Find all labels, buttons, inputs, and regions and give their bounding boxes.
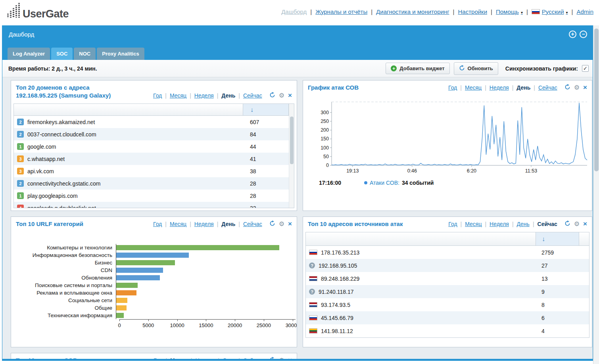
sort-desc-icon[interactable]: ↓ — [542, 236, 545, 243]
filter-attacks-0[interactable]: Год — [448, 84, 457, 92]
table-header-name-col[interactable] — [306, 232, 536, 245]
close-icon[interactable]: × — [583, 221, 587, 227]
widget-title: Топ 10 адресов источников атак — [308, 220, 403, 228]
refresh-icon[interactable] — [269, 357, 275, 359]
table-row[interactable]: 3c.whatsapp.net41 — [14, 153, 294, 165]
filter-urlf-4[interactable]: Сейчас — [243, 220, 262, 228]
filter-attacks-1[interactable]: Месяц — [465, 84, 482, 92]
gear-icon[interactable]: ⚙ — [279, 92, 284, 98]
gear-icon[interactable]: ⚙ — [279, 221, 284, 227]
filter-sources-1[interactable]: Месяц — [465, 220, 482, 228]
panel-title: Дашборд — [9, 31, 34, 38]
table-row[interactable]: 20037-connect.cloudcell.com84 — [14, 128, 294, 140]
bar — [116, 253, 189, 258]
filter-sources-4[interactable]: Сейчас — [538, 220, 557, 228]
table-row[interactable]: 93.174.93.58 — [306, 298, 589, 311]
gear-icon[interactable]: ⚙ — [279, 357, 284, 359]
tab-proxy-analitics[interactable]: Proxy Analitics — [97, 48, 144, 60]
refresh-icon[interactable] — [269, 92, 275, 99]
filter-signatures-3[interactable]: День — [223, 356, 235, 359]
refresh-button[interactable]: Обновить — [454, 62, 498, 75]
x-tick-mark — [206, 320, 206, 321]
table-row[interactable]: 141.98.11.124 — [306, 324, 589, 337]
filter-separator: | — [534, 84, 535, 92]
filter-separator: | — [165, 220, 167, 228]
filter-domains-0[interactable]: Год — [153, 92, 162, 100]
filter-signatures-0[interactable]: Год — [154, 356, 162, 359]
nav-link-diagnostics-monitoring[interactable]: Диагностика и мониторинг — [376, 8, 449, 15]
table-header-name-col[interactable] — [14, 104, 243, 115]
filter-urlf-2[interactable]: Неделя — [194, 220, 214, 228]
filter-urlf-1[interactable]: Месяц — [170, 220, 186, 228]
filter-sources-0[interactable]: Год — [448, 220, 457, 228]
y-tick-label: 150 — [321, 136, 329, 142]
filter-sources-2[interactable]: Неделя — [490, 220, 509, 228]
nl-flag-icon — [309, 276, 317, 281]
nav-link-logs-reports[interactable]: Журналы и отчёты — [315, 8, 367, 15]
add-widget-button[interactable]: + Добавить виджет — [386, 63, 449, 74]
table-row[interactable]: 89.248.168.22913 — [306, 272, 589, 285]
filter-attacks-2[interactable]: Неделя — [490, 84, 509, 92]
close-icon[interactable]: × — [583, 84, 587, 90]
table-row[interactable]: ?192.168.95.10527 — [306, 259, 589, 272]
tab-noc[interactable]: NOC — [74, 48, 96, 60]
x-tick-label: 0:46 — [407, 168, 417, 174]
refresh-icon[interactable] — [564, 220, 570, 227]
ip-cell: 89.248.168.229 — [309, 276, 536, 282]
filter-domains-4[interactable]: Сейчас — [243, 92, 262, 100]
bar-category-label: Реклама и всплывающие окна — [13, 290, 116, 296]
filter-urlf-0[interactable]: Год — [153, 220, 162, 228]
filter-urlf-3[interactable]: День — [221, 220, 235, 228]
table-header-value-col[interactable]: ↓ — [243, 104, 289, 115]
gear-icon[interactable]: ⚙ — [574, 84, 580, 90]
sync-charts-checkbox[interactable]: ✓ — [582, 65, 589, 72]
minus-circle-icon[interactable]: − — [580, 31, 587, 38]
nav-link-help[interactable]: Помощь▾ — [496, 8, 523, 15]
table-row[interactable]: ?91.240.118.179 — [306, 285, 589, 298]
nav-link-language[interactable]: Русский▾ — [532, 8, 568, 15]
table-row[interactable]: 1play.googleapis.com28 — [14, 190, 294, 202]
filter-attacks-3[interactable]: День — [516, 84, 530, 92]
table-row[interactable]: 3api.vk.com38 — [14, 165, 294, 177]
tab-soc[interactable]: SOC — [51, 48, 73, 60]
filter-sources-3[interactable]: День — [517, 220, 530, 228]
filter-signatures-2[interactable]: Неделя — [196, 356, 215, 359]
refresh-icon[interactable] — [269, 220, 275, 227]
table-row[interactable]: 45.145.66.796 — [306, 311, 589, 324]
filter-signatures-4[interactable]: Сейчас — [243, 356, 262, 359]
table-row[interactable]: 178.176.35.2132759 — [306, 246, 589, 259]
nav-link-dashboard[interactable]: Дашборд — [281, 8, 307, 15]
filter-separator: | — [217, 220, 219, 228]
filter-signatures-1[interactable]: Месяц — [170, 356, 188, 359]
x-tick-label: 19:13 — [346, 168, 359, 174]
table-row[interactable]: 1google.com44 — [14, 140, 294, 153]
nav-separator: | — [572, 8, 573, 15]
tab-strip: Log AnalyzerSOCNOCProxy Analitics — [2, 43, 593, 60]
nav-link-settings[interactable]: Настройки — [458, 8, 488, 15]
plus-circle-icon[interactable]: + — [569, 31, 576, 38]
page-scrollbar[interactable] — [593, 25, 599, 364]
widget-body: Компьютеры и технологииИнформационная бе… — [11, 230, 297, 347]
filter-attacks-4[interactable]: Сейчас — [538, 84, 557, 92]
ru-flag-icon — [532, 9, 540, 14]
nav-separator: | — [526, 8, 528, 15]
refresh-icon[interactable] — [564, 84, 570, 91]
sort-desc-icon[interactable]: ↓ — [250, 106, 253, 113]
filter-domains-2[interactable]: Неделя — [194, 92, 214, 100]
filter-domains-3[interactable]: День — [221, 92, 235, 100]
tab-log-analyzer[interactable]: Log Analyzer — [8, 48, 50, 60]
close-icon[interactable]: × — [288, 357, 292, 359]
nav-link-admin[interactable]: Admin — [576, 8, 593, 15]
table-row[interactable]: 2connectivitycheck.gstatic.com28 — [14, 177, 294, 190]
bar-category-label: Компьютеры и технологии — [13, 245, 116, 251]
table-header-value-col[interactable]: ↓ — [536, 232, 579, 245]
table-row[interactable]: 4googleads.g.doubleclick.net22 — [14, 202, 294, 208]
gear-icon[interactable]: ⚙ — [574, 221, 580, 227]
close-icon[interactable]: × — [288, 221, 292, 227]
table-scrollbar[interactable] — [289, 104, 294, 208]
table-scrollbar-thumb[interactable] — [290, 117, 294, 164]
close-icon[interactable]: × — [288, 92, 292, 98]
filter-domains-1[interactable]: Месяц — [170, 92, 186, 100]
table-row[interactable]: 2firemonkeys.akamaized.net607 — [14, 116, 294, 128]
page-scrollbar-thumb[interactable] — [594, 29, 599, 171]
